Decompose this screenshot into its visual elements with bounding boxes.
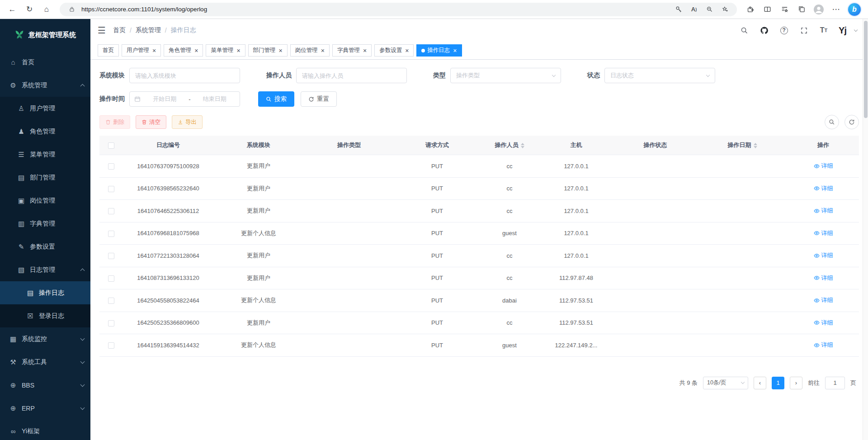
goto-page-input[interactable] xyxy=(825,377,845,389)
sort-carets-icon[interactable] xyxy=(521,143,524,148)
detail-link[interactable]: 详细 xyxy=(814,341,833,349)
close-icon[interactable]: × xyxy=(194,47,198,54)
close-icon[interactable]: × xyxy=(279,47,283,54)
sidebar-item-erp[interactable]: ⊕ERP xyxy=(0,397,90,420)
sidebar-item-param[interactable]: ✎参数设置 xyxy=(0,235,90,258)
close-icon[interactable]: × xyxy=(453,47,457,54)
sidebar-item-log[interactable]: ▧日志管理 xyxy=(0,258,90,281)
page-size-select[interactable]: 10条/页 xyxy=(703,377,748,389)
module-input[interactable] xyxy=(129,68,240,83)
password-key-icon[interactable] xyxy=(673,4,684,15)
close-icon[interactable]: × xyxy=(321,47,325,54)
sidebar-item-menu[interactable]: ☰菜单管理 xyxy=(0,143,90,166)
profile-avatar[interactable] xyxy=(811,2,826,17)
row-checkbox[interactable] xyxy=(108,320,114,326)
row-checkbox[interactable] xyxy=(108,253,114,259)
current-page-button[interactable]: 1 xyxy=(772,377,784,389)
next-page-button[interactable]: › xyxy=(790,377,802,389)
table-search-toggle-button[interactable] xyxy=(825,115,839,129)
sidebar-item-role[interactable]: ♟角色管理 xyxy=(0,120,90,143)
detail-link[interactable]: 详细 xyxy=(814,229,833,237)
date-range-input[interactable]: 开始日期 - 结束日期 xyxy=(129,91,240,107)
sidebar-item-yiframe[interactable]: ∞Yi框架 xyxy=(0,420,90,440)
detail-link[interactable]: 详细 xyxy=(814,185,833,193)
detail-link[interactable]: 详细 xyxy=(814,274,833,282)
favorites-bar-icon[interactable] xyxy=(777,2,792,17)
sidebar-item-user[interactable]: ♙用户管理 xyxy=(0,97,90,120)
tab-item[interactable]: 用户管理× xyxy=(122,44,161,57)
sidebar-item-operlog[interactable]: ▤操作日志 xyxy=(0,281,90,304)
detail-link[interactable]: 详细 xyxy=(814,296,833,304)
tab-item[interactable]: 首页 xyxy=(98,44,119,57)
back-button[interactable]: ← xyxy=(5,2,20,17)
sort-carets-icon[interactable] xyxy=(754,143,757,148)
fullscreen-icon[interactable] xyxy=(799,25,809,35)
tab-item[interactable]: 参数设置× xyxy=(374,44,414,57)
operator-input[interactable] xyxy=(296,68,407,83)
row-checkbox[interactable] xyxy=(108,186,114,192)
row-checkbox[interactable] xyxy=(108,275,114,282)
sidebar-item-dict[interactable]: ▥字典管理 xyxy=(0,212,90,235)
add-favorite-icon[interactable] xyxy=(719,4,731,15)
tab-item[interactable]: 部门管理× xyxy=(248,44,288,57)
address-bar[interactable]: https://ccnetcore.com:1101/system/log/op… xyxy=(60,3,737,16)
select-all-checkbox[interactable] xyxy=(108,142,114,149)
sidebar-item-system[interactable]: ⚙系统管理 xyxy=(0,74,90,97)
sidebar-item-loginlog[interactable]: ☒登录日志 xyxy=(0,304,90,327)
browser-home-button[interactable]: ⌂ xyxy=(39,2,54,17)
export-button[interactable]: 导出 xyxy=(172,115,203,129)
url-text[interactable]: https://ccnetcore.com:1101/system/log/op… xyxy=(81,6,669,13)
tab-item[interactable]: 字典管理× xyxy=(332,44,372,57)
close-icon[interactable]: × xyxy=(363,47,367,54)
collections-icon[interactable] xyxy=(794,2,809,17)
sidebar-item-monitor[interactable]: ▦系统监控 xyxy=(0,327,90,350)
clear-button[interactable]: 清空 xyxy=(136,115,166,129)
header-search-icon[interactable] xyxy=(739,25,749,35)
tab-item[interactable]: 操作日志× xyxy=(416,44,462,57)
zoom-out-icon[interactable] xyxy=(703,4,715,15)
column-header[interactable]: 操作日期 xyxy=(697,136,788,155)
extensions-icon[interactable] xyxy=(742,2,758,17)
status-select[interactable]: 日志状态 xyxy=(604,68,715,83)
sidebar-item-tool[interactable]: ⚒系统工具 xyxy=(0,350,90,374)
font-size-icon[interactable]: TT xyxy=(819,25,829,35)
user-avatar[interactable]: Yj xyxy=(839,25,846,36)
close-icon[interactable]: × xyxy=(152,47,156,54)
reset-button[interactable]: 重置 xyxy=(301,91,337,107)
row-checkbox[interactable] xyxy=(108,163,114,170)
browser-more-menu-icon[interactable]: ⋯ xyxy=(828,2,844,17)
sidebar-item-dept[interactable]: ▤部门管理 xyxy=(0,166,90,189)
app-logo[interactable]: 意框架管理系统 xyxy=(0,19,90,51)
scrollbar-thumb[interactable] xyxy=(864,21,868,118)
sidebar-item-home[interactable]: ⌂首页 xyxy=(0,51,90,74)
delete-button[interactable]: 删除 xyxy=(99,115,130,129)
close-icon[interactable]: × xyxy=(236,47,240,54)
browser-refresh-button[interactable]: ↻ xyxy=(22,2,37,17)
row-checkbox[interactable] xyxy=(108,208,114,214)
close-icon[interactable]: × xyxy=(405,47,409,54)
sidebar-item-post[interactable]: ▣岗位管理 xyxy=(0,189,90,212)
tab-item[interactable]: 岗位管理× xyxy=(290,44,330,57)
hamburger-icon[interactable]: ☰ xyxy=(98,25,106,36)
search-button[interactable]: 搜索 xyxy=(258,91,294,107)
tab-item[interactable]: 菜单管理× xyxy=(206,44,245,57)
help-icon[interactable]: ? xyxy=(779,25,789,35)
row-checkbox[interactable] xyxy=(108,298,114,304)
detail-link[interactable]: 详细 xyxy=(814,162,833,170)
detail-link[interactable]: 详细 xyxy=(814,319,833,327)
column-header[interactable]: 操作人员 xyxy=(480,136,539,155)
split-screen-icon[interactable] xyxy=(760,2,775,17)
detail-link[interactable]: 详细 xyxy=(814,207,833,215)
chevron-down-icon[interactable] xyxy=(851,25,861,35)
github-icon[interactable] xyxy=(759,25,769,35)
sidebar-item-bbs[interactable]: ⊕BBS xyxy=(0,374,90,397)
breadcrumb-item[interactable]: 首页 xyxy=(113,26,126,34)
window-scrollbar[interactable] xyxy=(863,19,868,440)
prev-page-button[interactable]: ‹ xyxy=(754,377,766,389)
breadcrumb-item[interactable]: 系统管理 xyxy=(136,26,161,34)
row-checkbox[interactable] xyxy=(108,231,114,237)
table-refresh-button[interactable] xyxy=(844,115,859,129)
bing-copilot-icon[interactable]: b xyxy=(848,3,861,16)
detail-link[interactable]: 详细 xyxy=(814,251,833,260)
row-checkbox[interactable] xyxy=(108,342,114,349)
